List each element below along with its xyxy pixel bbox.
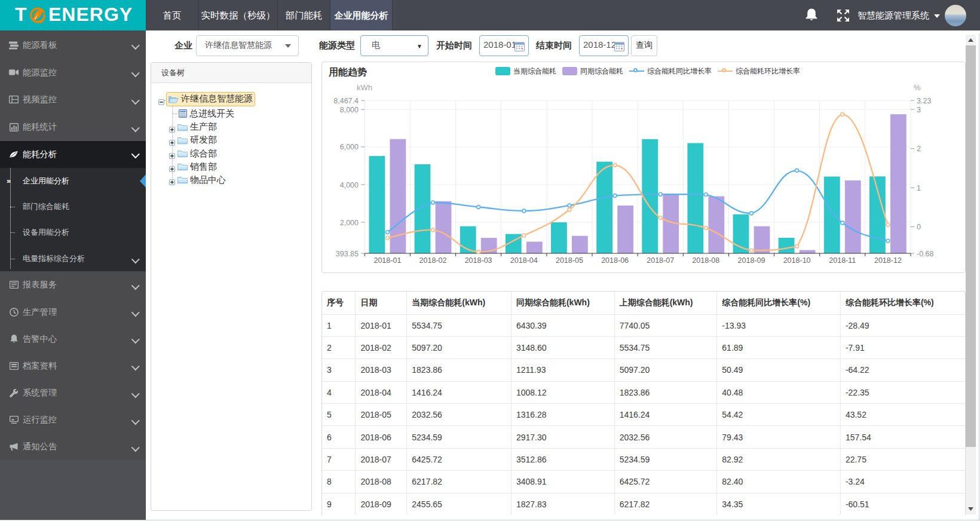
svg-text:3.23: 3.23 xyxy=(917,97,931,105)
svg-text:2018-08: 2018-08 xyxy=(692,256,719,265)
svg-text:8,000: 8,000 xyxy=(340,106,359,114)
svg-text:2: 2 xyxy=(917,145,921,153)
svg-text:2018-10: 2018-10 xyxy=(783,256,811,265)
svg-text:6,000: 6,000 xyxy=(340,143,359,151)
svg-text:2018-09: 2018-09 xyxy=(738,256,765,265)
svg-text:0: 0 xyxy=(917,223,921,231)
svg-text:-0.68: -0.68 xyxy=(917,250,934,258)
svg-text:3: 3 xyxy=(917,106,921,114)
svg-text:2018-01: 2018-01 xyxy=(373,256,401,265)
svg-text:1: 1 xyxy=(917,184,921,192)
svg-text:2018-11: 2018-11 xyxy=(829,256,856,265)
svg-text:2018-07: 2018-07 xyxy=(647,256,674,265)
svg-text:2018-04: 2018-04 xyxy=(510,256,538,265)
svg-text:2018-05: 2018-05 xyxy=(556,256,583,265)
svg-text:2018-12: 2018-12 xyxy=(874,256,902,265)
svg-text:2018-06: 2018-06 xyxy=(601,256,629,265)
svg-text:%: % xyxy=(914,83,921,92)
svg-text:8,467.4: 8,467.4 xyxy=(333,97,359,105)
svg-text:2018-02: 2018-02 xyxy=(419,256,447,265)
svg-text:2,000: 2,000 xyxy=(340,219,359,227)
svg-text:393.85: 393.85 xyxy=(336,250,359,258)
svg-text:4,000: 4,000 xyxy=(340,181,359,189)
svg-text:kWh: kWh xyxy=(357,83,372,92)
svg-text:2018-03: 2018-03 xyxy=(465,256,492,265)
